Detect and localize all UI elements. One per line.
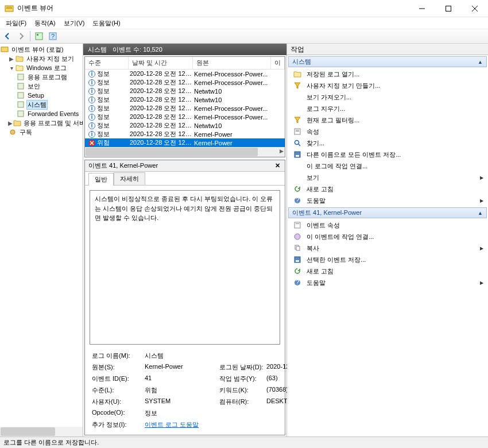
tree-system[interactable]: 시스템 (0, 100, 83, 109)
eventviewer-icon (0, 45, 9, 53)
menu-file[interactable]: 파일(F) (2, 18, 30, 29)
cell-source: Kernel-Processor-Power... (193, 114, 271, 121)
table-row[interactable]: i정보2020-12-28 오전 12:33...Kernel-Processo… (85, 113, 285, 121)
prop-opcode-v: 정보 (145, 409, 219, 418)
close-button[interactable] (462, 0, 488, 17)
menu-view[interactable]: 보기(V) (60, 18, 88, 29)
log-icon (16, 110, 25, 118)
prop-category-k: 작업 범주(Y): (219, 374, 266, 383)
action-refresh-2[interactable]: 새로 고침 (288, 265, 487, 277)
titlebar: 이벤트 뷰어 (0, 0, 488, 17)
tab-details[interactable]: 자세히 (114, 172, 145, 185)
table-row[interactable]: i정보2020-12-28 오전 12:33...Netwtw10 (85, 121, 285, 130)
tree-application[interactable]: 응용 프로그램 (0, 72, 83, 82)
tree-root[interactable]: 이벤트 뷰어 (로컬) (0, 45, 83, 54)
table-row[interactable]: i정보2020-12-28 오전 12:33...Netwtw10 (85, 95, 285, 104)
action-event-properties[interactable]: 이벤트 속성 (288, 219, 487, 231)
tree-subscriptions[interactable]: 구독 (0, 128, 83, 137)
minimize-button[interactable] (409, 0, 435, 17)
tab-general[interactable]: 일반 (88, 173, 114, 186)
action-attach-task-log[interactable]: 이 로그에 작업 연결... (288, 160, 487, 172)
svg-rect-14 (18, 92, 24, 98)
help-button[interactable]: ? (47, 30, 59, 43)
table-row[interactable]: i정보2020-12-28 오전 12:33...Kernel-Processo… (85, 69, 285, 78)
expand-icon[interactable]: ▶ (8, 56, 15, 62)
action-find[interactable]: 찾기... (288, 137, 487, 149)
filter-icon (293, 81, 302, 90)
action-save-selected[interactable]: 선택한 이벤트 저장... (288, 254, 487, 265)
cell-source: Netwtw10 (193, 122, 271, 129)
cell-source: Kernel-Processor-Power... (193, 79, 271, 86)
table-row[interactable]: i정보2020-12-28 오전 12:33...Kernel-Power (85, 130, 285, 138)
maximize-button[interactable] (435, 0, 462, 17)
svg-text:i: i (91, 88, 92, 94)
cell-source: Netwtw10 (193, 88, 271, 95)
action-properties[interactable]: 속성 (288, 126, 487, 137)
list-scrollbar[interactable]: ▶ (85, 147, 285, 157)
prop-logname-v: 시스템 (145, 352, 219, 360)
col-source[interactable]: 원본 (193, 57, 271, 69)
col-date[interactable]: 날짜 및 시간 (129, 57, 193, 69)
event-properties: 로그 이름(M): 시스템 원본(S): Kernel-Power 로그된 날짜… (90, 350, 280, 430)
prop-source-k: 원본(S): (92, 363, 145, 372)
action-copy[interactable]: 복사▶ (288, 242, 487, 254)
svg-rect-38 (296, 130, 299, 130)
expand-icon[interactable]: ▶ (8, 120, 13, 126)
col-event-id[interactable]: 이 (271, 57, 285, 69)
menu-action[interactable]: 동작(A) (31, 18, 59, 29)
action-clear-log[interactable]: 로그 지우기... (288, 103, 487, 114)
col-level[interactable]: 수준 (85, 57, 129, 69)
action-view-submenu[interactable]: 보기▶ (288, 172, 487, 183)
help-icon: ? (293, 196, 302, 205)
svg-rect-16 (18, 111, 24, 117)
event-list: 수준 날짜 및 시간 원본 이 i정보2020-12-28 오전 12:33..… (84, 56, 285, 157)
forward-button[interactable] (15, 30, 28, 43)
log-icon (16, 73, 25, 81)
svg-text:i: i (91, 114, 92, 120)
close-detail-button[interactable]: ✕ (273, 162, 281, 170)
prop-user-v: SYSTEM (145, 397, 219, 406)
help-link[interactable]: 이벤트 로그 도움말 (145, 420, 219, 429)
tree-custom-views[interactable]: ▶사용자 지정 보기 (0, 54, 83, 63)
action-refresh[interactable]: 새로 고침 (288, 183, 487, 195)
action-filter-log[interactable]: 현재 로그 필터링... (288, 114, 487, 126)
table-row[interactable]: 위험2020-12-28 오전 12:33...Kernel-Power (85, 138, 285, 147)
svg-text:i: i (91, 122, 92, 129)
action-help[interactable]: ?도움말▶ (288, 195, 487, 206)
filter-icon (293, 115, 302, 125)
tree-security[interactable]: 보안 (0, 82, 83, 91)
collapse-icon[interactable]: ▾ (8, 65, 15, 71)
actions-section-event[interactable]: 이벤트 41, Kernel-Power▲ (288, 207, 487, 218)
tree-setup[interactable]: Setup (0, 91, 83, 100)
back-button[interactable] (1, 30, 14, 43)
action-create-custom-view[interactable]: 사용자 지정 보기 만들기... (288, 80, 487, 91)
action-save-all-as[interactable]: 다른 이름으로 모든 이벤트 저장... (288, 149, 487, 160)
prop-logname-k: 로그 이름(M): (92, 352, 145, 360)
action-help-2[interactable]: ?도움말▶ (288, 277, 487, 288)
table-row[interactable]: i정보2020-12-28 오전 12:33...Netwtw10 (85, 87, 285, 95)
center-pane: 시스템 이벤트 수: 10,520 수준 날짜 및 시간 원본 이 i정보202… (83, 44, 287, 437)
status-text: 로그를 다른 이름으로 저장합니다. (3, 439, 99, 446)
tree-apps-services[interactable]: ▶응용 프로그램 및 서비스 로 (0, 118, 83, 128)
table-row[interactable]: i정보2020-12-28 오전 12:33...Kernel-Processo… (85, 78, 285, 87)
statusbar: 로그를 다른 이름으로 저장합니다. (0, 437, 488, 448)
info-icon: i (88, 96, 96, 104)
svg-text:i: i (91, 105, 92, 111)
menu-help[interactable]: 도움말(H) (89, 18, 123, 29)
table-row[interactable]: i정보2020-12-28 오전 12:33...Kernel-Processo… (85, 104, 285, 113)
cell-level: 정보 (97, 87, 110, 95)
tree-windows-logs[interactable]: ▾Windows 로그 (0, 63, 83, 72)
action-import-view[interactable]: 보기 가져오기... (288, 91, 487, 103)
cell-date: 2020-12-28 오전 12:33... (129, 95, 193, 104)
tree-forwarded[interactable]: Forwarded Events (0, 109, 83, 118)
action-open-saved-log[interactable]: 저장된 로그 열기... (288, 68, 487, 80)
actions-section-system[interactable]: 시스템▲ (288, 56, 487, 67)
action-attach-task-event[interactable]: 이 이벤트에 작업 연결... (288, 231, 487, 242)
show-tree-button[interactable] (33, 30, 45, 43)
folder-icon (15, 55, 24, 63)
info-icon: i (88, 105, 96, 113)
tree-scrollbar[interactable] (0, 427, 83, 437)
main-area: 이벤트 뷰어 (로컬) ▶사용자 지정 보기 ▾Windows 로그 응용 프로… (0, 44, 488, 437)
info-icon: i (88, 122, 96, 130)
svg-text:i: i (91, 71, 92, 77)
